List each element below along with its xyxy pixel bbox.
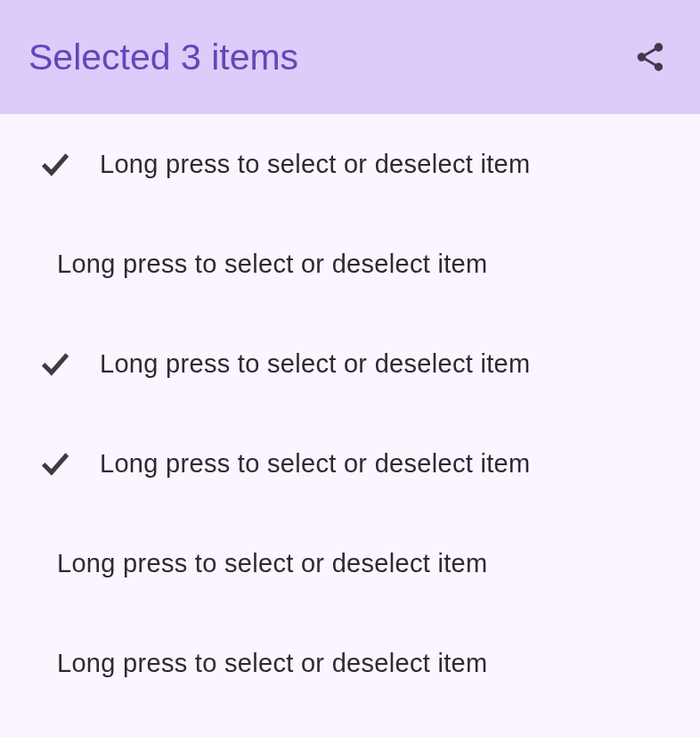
item-list: Long press to select or deselect itemLon… (0, 114, 700, 713)
share-icon (633, 40, 667, 74)
selection-header: Selected 3 items (0, 0, 700, 114)
selection-title: Selected 3 items (28, 37, 298, 78)
check-icon (36, 444, 75, 483)
list-item-label: Long press to select or deselect item (57, 649, 487, 678)
list-item-label: Long press to select or deselect item (57, 549, 487, 578)
list-item-label: Long press to select or deselect item (100, 150, 530, 179)
list-item-label: Long press to select or deselect item (57, 250, 487, 279)
list-item[interactable]: Long press to select or deselect item (0, 513, 700, 613)
list-item-label: Long press to select or deselect item (100, 449, 530, 479)
list-item[interactable]: Long press to select or deselect item (0, 214, 700, 314)
list-item[interactable]: Long press to select or deselect item (0, 414, 700, 513)
check-icon (36, 344, 75, 383)
list-item[interactable]: Long press to select or deselect item (0, 114, 700, 214)
list-item-label: Long press to select or deselect item (100, 349, 530, 379)
share-button[interactable] (629, 36, 672, 78)
list-item[interactable]: Long press to select or deselect item (0, 314, 700, 414)
list-item[interactable]: Long press to select or deselect item (0, 613, 700, 713)
check-icon (36, 144, 75, 184)
